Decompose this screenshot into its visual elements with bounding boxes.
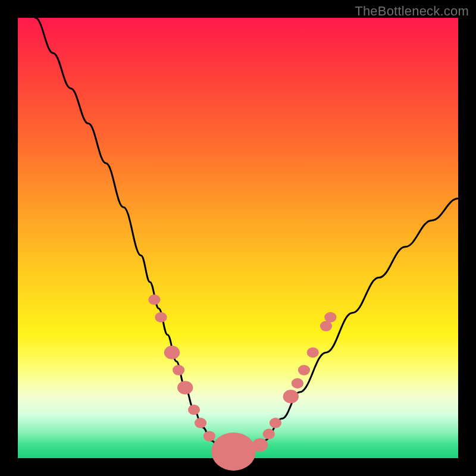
curve-marker [148,295,160,305]
curve-marker [211,433,256,471]
curve-marker [173,365,184,375]
curve-svg [18,18,458,458]
curve-marker [283,390,299,403]
curve-marker [320,321,332,331]
plot-area [18,18,458,458]
curve-marker [263,429,275,439]
curve-marker [164,346,180,359]
curve-marker [252,439,268,452]
curve-marker [307,347,319,358]
curve-marker [270,418,281,428]
curve-marker [292,378,303,389]
curve-marker [203,431,215,441]
bottleneck-curve [36,18,458,454]
curve-marker [324,312,336,322]
outer-frame: TheBottleneck.com [0,0,476,476]
curve-marker [177,381,193,394]
watermark-text: TheBottleneck.com [355,4,469,19]
curve-marker [188,405,200,415]
curve-marker [298,365,310,375]
curve-marker [155,312,167,322]
curve-marker [195,418,206,428]
